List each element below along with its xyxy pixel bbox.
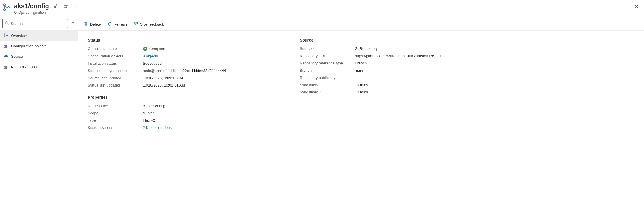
namespace-value: cluster-config <box>143 104 165 108</box>
branch-key: Branch <box>300 68 355 73</box>
main-panel: Delete Refresh Give feedback Status <box>78 18 644 140</box>
kustomizations-link[interactable]: 2 Kustomizations <box>143 125 172 130</box>
svg-point-3 <box>75 6 75 6</box>
ref-type-key: Repository reference type <box>300 61 355 65</box>
properties-heading: Properties <box>88 95 276 100</box>
repo-url-key: Repository URL <box>300 54 355 58</box>
compliance-state-value: Compliant <box>143 46 166 51</box>
sidebar-item-source[interactable]: Source <box>0 51 78 62</box>
sidebar-item-label: Configuration objects <box>11 44 46 48</box>
sync-timeout-key: Sync timeout <box>300 90 355 94</box>
pubkey-value: --- <box>355 75 359 80</box>
gitops-config-icon <box>2 3 11 12</box>
repo-url-text: https://github.com/Azure/gitops-flux2-ku… <box>355 54 448 58</box>
svg-point-7 <box>4 34 5 35</box>
status-heading: Status <box>88 38 276 42</box>
status-updated-value: 10/18/2023, 10:02:01 AM <box>143 83 185 87</box>
page-subtitle: GitOps configuration <box>14 10 80 15</box>
refresh-label: Refresh <box>114 22 127 26</box>
source-heading: Source <box>300 38 488 42</box>
sync-timeout-value: 10 mins <box>355 90 368 94</box>
puzzle-icon <box>3 64 8 69</box>
left-column: Status Compliance state Compliant Config… <box>88 38 276 133</box>
sync-interval-value: 10 mins <box>355 83 368 87</box>
favorite-button[interactable] <box>62 3 69 10</box>
svg-point-9 <box>6 35 7 36</box>
svg-point-5 <box>78 6 78 6</box>
type-key: Type <box>88 118 143 122</box>
install-status-value: Succeeded <box>143 61 162 66</box>
status-section: Status Compliance state Compliant Config… <box>88 38 276 87</box>
commit-hash: 1111bbbb22ccddddee33ffffff444444 <box>166 69 226 73</box>
sidebar-item-config-objects[interactable]: Configuration objects <box>0 41 78 51</box>
sidebar-item-label: Overview <box>11 33 27 38</box>
more-button[interactable] <box>73 3 80 10</box>
commit-prefix: main@sha1: <box>143 69 164 73</box>
puzzle-icon <box>3 44 8 48</box>
refresh-icon <box>107 21 112 27</box>
collapse-sidebar-button[interactable] <box>70 20 76 27</box>
src-commit-value: main@sha1:1111bbbb22ccddddee33ffffff4444… <box>143 69 226 73</box>
repo-url-value: https://github.com/Azure/gitops-flux2-ku… <box>355 54 448 58</box>
feedback-button[interactable]: Give feedback <box>133 20 164 28</box>
svg-point-6 <box>6 21 8 24</box>
command-bar: Delete Refresh Give feedback <box>78 18 644 31</box>
cloud-icon <box>3 54 8 59</box>
src-commit-key: Source last sync commit <box>88 69 143 73</box>
src-updated-value: 10/18/2023, 9:09:19 AM <box>143 76 183 80</box>
config-objects-key: Configuration objects <box>88 54 143 58</box>
svg-point-10 <box>134 22 135 24</box>
namespace-key: Namespace <box>88 104 143 108</box>
config-objects-link[interactable]: 8 objects <box>143 54 158 58</box>
svg-point-0 <box>4 4 6 6</box>
feedback-icon <box>133 21 138 27</box>
check-icon <box>143 46 147 51</box>
header-title-block: aks1/config GitOps configuration <box>14 2 80 15</box>
compliance-state-key: Compliance state <box>88 46 143 51</box>
trash-icon <box>84 21 88 27</box>
page-title: aks1/config <box>14 2 49 10</box>
pin-button[interactable] <box>52 3 59 10</box>
delete-button[interactable]: Delete <box>83 20 102 28</box>
svg-point-8 <box>4 36 5 37</box>
right-column: Source Source kind GitRepository Reposit… <box>300 38 488 133</box>
compliance-text: Compliant <box>149 47 166 51</box>
svg-point-1 <box>4 9 6 11</box>
source-kind-key: Source kind <box>300 46 355 51</box>
sidebar-item-label: Kustomizations <box>11 65 37 69</box>
page-header: aks1/config GitOps configuration <box>0 0 644 18</box>
pubkey-key: Repository public key <box>300 75 355 80</box>
close-button[interactable] <box>632 2 641 11</box>
type-value: Flux v2 <box>143 118 155 122</box>
sidebar: Overview Configuration objects Source Ku… <box>0 18 78 140</box>
scope-key: Scope <box>88 111 143 115</box>
sync-interval-key: Sync interval <box>300 83 355 87</box>
install-status-key: Installation status <box>88 61 143 66</box>
delete-label: Delete <box>90 22 101 26</box>
kustomizations-key: Kustomizations <box>88 125 143 130</box>
svg-point-4 <box>76 6 77 6</box>
sidebar-item-kustomizations[interactable]: Kustomizations <box>0 62 78 72</box>
svg-point-2 <box>8 6 10 8</box>
properties-section: Properties Namespace cluster-config Scop… <box>88 95 276 130</box>
sidebar-item-overview[interactable]: Overview <box>0 30 78 41</box>
search-input[interactable] <box>11 21 65 26</box>
gitops-icon <box>3 33 8 38</box>
sidebar-item-label: Source <box>11 54 23 59</box>
src-updated-key: Source last updated <box>88 76 143 80</box>
refresh-button[interactable]: Refresh <box>107 20 128 28</box>
feedback-label: Give feedback <box>140 22 164 26</box>
search-icon <box>5 21 9 26</box>
source-section: Source Source kind GitRepository Reposit… <box>300 38 488 94</box>
scope-value: cluster <box>143 111 154 115</box>
source-kind-value: GitRepository <box>355 46 378 51</box>
status-updated-key: Status last updated <box>88 83 143 87</box>
search-box[interactable] <box>2 19 68 28</box>
ref-type-value: Branch <box>355 61 367 65</box>
branch-value: main <box>355 68 363 73</box>
